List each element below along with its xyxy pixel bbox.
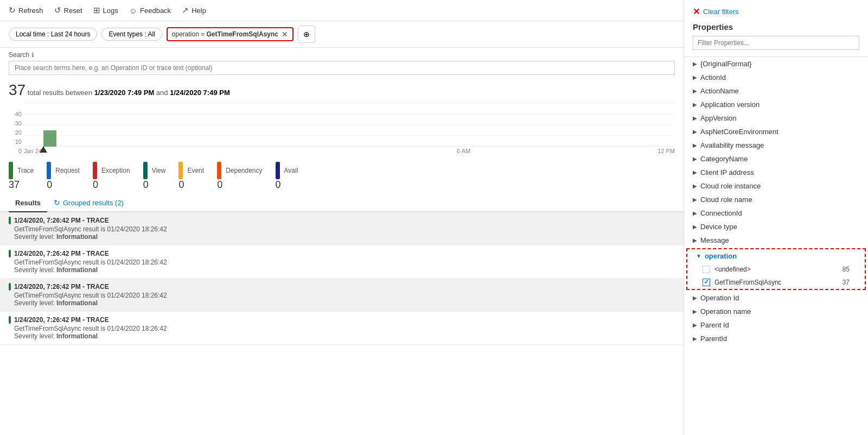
refresh-icon: ↻ [9,5,16,15]
prop-action-id[interactable]: ▶ ActionId [684,71,868,84]
grouped-icon: ↻ [54,198,60,207]
logs-label: Logs [103,7,118,15]
prop-category-name[interactable]: ▶ CategoryName [684,152,868,166]
chart-y-labels: 40 30 20 10 0 [9,111,24,154]
clear-filters-button[interactable]: ✕ Clear filters [693,7,739,17]
prop-device-type[interactable]: ▶ Device type [684,220,868,234]
result-severity: Severity level: Informational [14,299,675,307]
panel-title: Properties [693,22,859,31]
result-severity: Severity level: Informational [14,233,675,241]
prop-arrow-icon: ▶ [693,156,697,162]
prop-aspnet-core-env[interactable]: ▶ AspNetCoreEnvironment [684,125,868,138]
legend-avail: Avail 0 [276,162,298,191]
result-item[interactable]: 1/24/2020, 7:26:42 PM - TRACE GetTimeFro… [0,312,684,345]
prop-cloud-role-instance[interactable]: ▶ Cloud role instance [684,179,868,193]
legend-trace: Trace 37 [9,162,34,191]
filter-properties-input[interactable] [693,36,859,50]
legend-dependency: Dependency 0 [217,162,262,191]
prop-arrow-icon: ▶ [693,61,697,67]
search-label: Search ℹ [9,51,675,59]
prop-availability-message[interactable]: ▶ Availability message [684,138,868,152]
prop-arrow-icon: ▶ [693,102,697,108]
prop-connection-id[interactable]: ▶ ConnectionId [684,206,868,220]
search-input[interactable] [9,61,675,75]
prop-arrow-icon: ▶ [693,237,697,243]
active-filter-text: operation = GetTimeFromSqlAsync [172,30,278,38]
dependency-dot [217,162,221,179]
event-filter-label: Event types : All [108,30,155,38]
prop-app-version[interactable]: ▶ AppVersion [684,111,868,125]
operation-header[interactable]: ▼ operation [687,249,865,263]
help-button[interactable]: ↗ Help [182,5,206,15]
reset-button[interactable]: ↺ Reset [54,5,82,15]
time-filter-label: Local time : Last 24 hours [16,30,90,38]
trace-dot [9,162,13,179]
get-time-checkbox[interactable] [703,279,710,286]
feedback-button[interactable]: ☺ Feedback [129,6,171,15]
prop-arrow-icon: ▶ [693,129,697,135]
results-summary: 37 total results between 1/23/2020 7:49 … [0,77,684,101]
prop-action-name[interactable]: ▶ ActionName [684,84,868,98]
logs-button[interactable]: ⊞ Logs [93,5,118,15]
prop-parent-id[interactable]: ▶ Parent Id [684,318,868,332]
legend-view: View 0 [143,162,166,191]
result-header: 1/24/2020, 7:26:42 PM - TRACE [9,217,675,224]
prop-arrow-icon: ▶ [693,197,697,203]
operation-undefined-item[interactable]: <undefined> 85 [687,263,865,276]
result-bar [9,283,11,291]
right-panel: ✕ Clear filters Properties ▶ {OriginalFo… [684,0,868,435]
tabs: Results ↻ Grouped results (2) [0,194,684,212]
result-item[interactable]: 1/24/2020, 7:26:42 PM - TRACE GetTimeFro… [0,245,684,279]
prop-arrow-icon: ▶ [693,210,697,216]
refresh-label: Refresh [18,7,43,15]
prop-arrow-icon: ▶ [693,295,697,301]
prop-operation-name[interactable]: ▶ Operation name [684,305,868,318]
prop-application-version[interactable]: ▶ Application version [684,98,868,111]
result-bar [9,316,11,324]
legend-request: Request 0 [47,162,80,191]
feedback-label: Feedback [140,7,171,15]
prop-original-format[interactable]: ▶ {OriginalFormat} [684,57,868,71]
result-item[interactable]: 1/24/2020, 7:26:42 PM - TRACE GetTimeFro… [0,279,684,312]
result-severity: Severity level: Informational [14,332,675,340]
results-count: 37 [9,81,25,98]
operation-get-time-item[interactable]: GetTimeFromSqlAsync 37 [687,276,865,289]
prop-message[interactable]: ▶ Message [684,234,868,247]
refresh-button[interactable]: ↻ Refresh [9,5,43,15]
result-body: GetTimeFromSqlAsync result is 01/24/2020… [14,225,675,233]
prop-arrow-icon: ▶ [693,322,697,328]
legend-event: Event 0 [178,162,204,191]
tab-results[interactable]: Results [9,194,47,212]
chart-svg [24,103,675,147]
legend: Trace 37 Request 0 Exception 0 View 0 [0,159,684,194]
prop-client-ip[interactable]: ▶ Client IP address [684,166,868,179]
prop-cloud-role-name[interactable]: ▶ Cloud role name [684,193,868,206]
prop-arrow-icon: ▶ [693,169,697,175]
prop-arrow-icon: ▶ [693,74,697,80]
filter-options-button[interactable]: ⊕ [298,26,315,43]
result-header: 1/24/2020, 7:26:42 PM - TRACE [9,250,675,257]
time-filter-pill[interactable]: Local time : Last 24 hours [9,28,97,41]
filter-close-button[interactable]: ✕ [282,30,288,39]
prop-parentid[interactable]: ▶ ParentId [684,332,868,345]
legend-exception: Exception 0 [93,162,130,191]
result-header: 1/24/2020, 7:26:42 PM - TRACE [9,283,675,291]
result-bar [9,217,11,224]
active-filter: operation = GetTimeFromSqlAsync ✕ [167,27,293,41]
tab-grouped-results[interactable]: ↻ Grouped results (2) [47,194,130,211]
event-filter-pill[interactable]: Event types : All [101,28,162,41]
operation-expanded-section: ▼ operation <undefined> 85 GetTimeFromSq… [686,248,866,290]
undefined-checkbox[interactable] [703,266,710,273]
toolbar: ↻ Refresh ↺ Reset ⊞ Logs ☺ Feedback ↗ He… [0,0,684,21]
prop-operation-id[interactable]: ▶ Operation Id [684,291,868,305]
result-bar [9,250,11,257]
result-body: GetTimeFromSqlAsync result is 01/24/2020… [14,259,675,266]
prop-arrow-icon: ▶ [693,224,697,230]
avail-dot [276,162,280,179]
prop-arrow-icon: ▶ [693,308,697,314]
prop-arrow-icon: ▶ [693,336,697,342]
result-item[interactable]: 1/24/2020, 7:26:42 PM - TRACE GetTimeFro… [0,212,684,245]
prop-arrow-icon: ▶ [693,142,697,148]
help-label: Help [192,7,206,15]
results-list: 1/24/2020, 7:26:42 PM - TRACE GetTimeFro… [0,212,684,435]
